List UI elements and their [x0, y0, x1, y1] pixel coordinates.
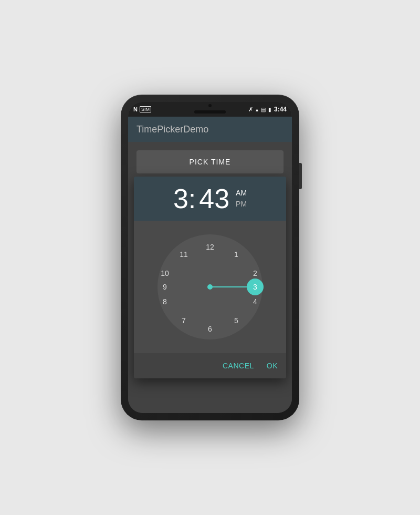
clock-num-9[interactable]: 9 [163, 283, 167, 291]
app-bar: TimePickerDemo [128, 117, 292, 142]
status-left-icons: N SIM [133, 106, 151, 112]
clock-num-6[interactable]: 6 [208, 325, 212, 333]
am-option[interactable]: AM [236, 188, 247, 199]
clock-num-3[interactable]: 3 [253, 283, 257, 291]
time-header: 3: 43 AM PM [134, 177, 286, 221]
dialog-overlay: 3: 43 AM PM [128, 142, 292, 413]
wifi-icon: ▴ [256, 107, 258, 112]
clock-num-7[interactable]: 7 [182, 316, 186, 325]
time-minutes-display: 43 [199, 185, 229, 212]
signal-icon: ▤ [261, 107, 266, 112]
clock-container: 12 1 2 3 4 5 [134, 221, 286, 353]
notification-icon: N [133, 106, 138, 112]
clock-num-11[interactable]: 11 [180, 250, 188, 259]
bluetooth-icon: ✗ [248, 106, 253, 113]
dialog-actions: CANCEL OK [134, 353, 286, 378]
content-area: PICK TIME Pick ................... ere 3… [128, 142, 292, 413]
time-hour-display: 3: [173, 185, 196, 212]
clock-num-12[interactable]: 12 [206, 243, 214, 251]
clock-center-dot [207, 284, 213, 290]
clock-num-4[interactable]: 4 [253, 297, 257, 306]
pm-option[interactable]: PM [236, 199, 247, 210]
clock-num-1[interactable]: 1 [234, 250, 238, 259]
app-title: TimePickerDemo [136, 124, 208, 135]
time-picker-dialog: 3: 43 AM PM [134, 177, 286, 378]
ampm-container[interactable]: AM PM [236, 188, 247, 210]
phone-frame: N SIM ✗ ▴ ▤ ▮ 3:44 TimePickerDemo PICK T… [121, 95, 299, 420]
clock-num-2[interactable]: 2 [253, 269, 257, 277]
clock-num-10[interactable]: 10 [161, 269, 169, 277]
status-right-icons: ✗ ▴ ▤ ▮ 3:44 [248, 106, 287, 113]
clock-face[interactable]: 12 1 2 3 4 5 [152, 229, 268, 345]
clock-num-5[interactable]: 5 [234, 316, 238, 325]
phone-screen: N SIM ✗ ▴ ▤ ▮ 3:44 TimePickerDemo PICK T… [128, 102, 292, 413]
status-time: 3:44 [274, 106, 287, 113]
ok-button[interactable]: OK [265, 357, 280, 374]
sim-icon: SIM [140, 106, 151, 112]
battery-icon: ▮ [268, 107, 271, 112]
clock-num-8[interactable]: 8 [163, 297, 167, 306]
cancel-button[interactable]: CANCEL [220, 357, 256, 374]
